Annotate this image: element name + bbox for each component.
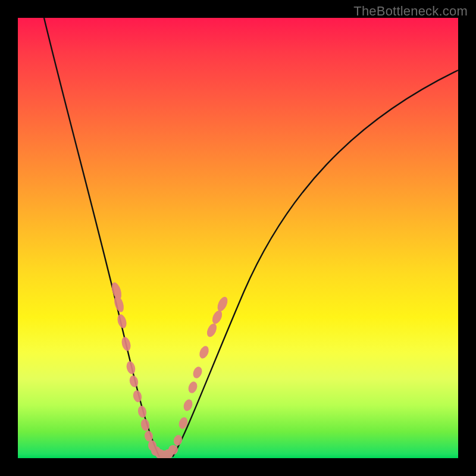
curve-left xyxy=(44,18,159,457)
marker xyxy=(182,398,194,412)
outer-frame: TheBottleneck.com xyxy=(0,0,476,476)
marker xyxy=(129,375,139,389)
marker xyxy=(168,445,178,455)
marker xyxy=(187,380,199,394)
marker xyxy=(215,295,230,312)
marker xyxy=(173,434,183,446)
marker xyxy=(192,365,203,380)
marker xyxy=(198,345,210,360)
marker xyxy=(132,390,143,403)
marker xyxy=(125,361,136,375)
marker xyxy=(120,336,132,352)
chart-svg xyxy=(18,18,458,458)
curve-right xyxy=(173,70,458,457)
watermark-text: TheBottleneck.com xyxy=(353,4,468,19)
marker xyxy=(137,405,148,418)
marker xyxy=(116,313,128,329)
marker xyxy=(205,322,219,339)
marker xyxy=(211,309,224,325)
